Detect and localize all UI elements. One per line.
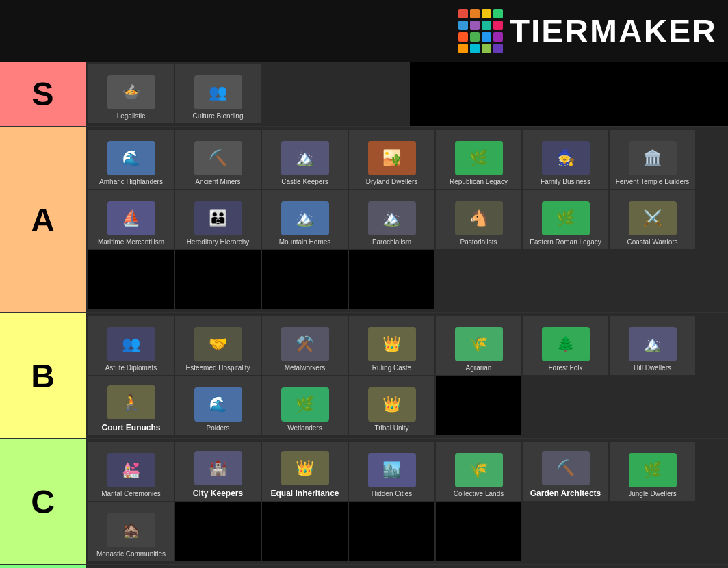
list-item[interactable]: 🌿 Wetlanders bbox=[262, 376, 348, 435]
item-label: Parochialism bbox=[372, 238, 411, 246]
black-cell bbox=[175, 250, 261, 309]
item-label: Family Business bbox=[541, 178, 590, 186]
list-item[interactable]: 🌾 Collective Lands bbox=[436, 442, 521, 501]
item-image: 🧙 bbox=[538, 139, 593, 177]
item-image: 🌾 bbox=[452, 451, 506, 489]
item-image: 🧎 bbox=[104, 384, 159, 422]
item-image: 🌿 bbox=[625, 451, 680, 489]
black-cell bbox=[349, 502, 434, 561]
item-image: 🏜️ bbox=[365, 139, 419, 177]
tier-row-s: S 🍲 Legalistic 👥 Culture Blending bbox=[0, 62, 728, 127]
tier-label-d: D bbox=[0, 565, 86, 568]
hill-dwellers-icon: 🏔️ bbox=[629, 327, 677, 361]
list-item[interactable]: 🏚️ Monastic Communities bbox=[88, 502, 174, 561]
list-item[interactable]: 👑 Equal Inheritance bbox=[262, 442, 348, 501]
black-cell bbox=[262, 250, 348, 309]
hereditary-hierarchy-icon: 👪 bbox=[194, 201, 242, 235]
item-image: 👥 bbox=[104, 325, 159, 363]
item-image: 👪 bbox=[191, 199, 246, 237]
list-item[interactable]: ⛏️ Ancient Miners bbox=[175, 130, 261, 189]
logo-cell bbox=[458, 21, 468, 30]
list-item[interactable]: 👥 Astute Diplomats bbox=[88, 316, 174, 375]
list-item[interactable]: 🌾 Agrarian bbox=[436, 316, 521, 375]
list-item[interactable]: 👥 Culture Blending bbox=[175, 64, 261, 123]
list-item[interactable]: 🏜️ Dryland Dwellers bbox=[349, 130, 434, 189]
item-image: 👑 bbox=[365, 385, 419, 423]
coastal-warriors-icon: ⚔️ bbox=[629, 201, 677, 235]
item-label: Pastorialists bbox=[460, 238, 497, 246]
list-item[interactable]: 🏰 City Keepers bbox=[175, 442, 261, 501]
item-label: Hidden Cities bbox=[372, 490, 412, 498]
item-label: Dryland Dwellers bbox=[366, 178, 418, 186]
item-label: Esteemed Hospitality bbox=[186, 364, 250, 372]
item-image: 🏰 bbox=[191, 450, 246, 487]
list-item[interactable]: ⛵ Maritime Mercantilism bbox=[88, 190, 174, 249]
list-item[interactable]: 🌲 Forest Folk bbox=[523, 316, 608, 375]
polders-icon: 🌊 bbox=[194, 387, 242, 422]
black-cell bbox=[175, 502, 261, 561]
list-item[interactable]: 🧙 Family Business bbox=[523, 130, 608, 189]
parochialism-icon: 🏔️ bbox=[368, 201, 416, 235]
item-label: City Keepers bbox=[193, 489, 243, 498]
logo-cell bbox=[470, 9, 480, 18]
list-item[interactable]: 🏔️ Castle Keepers bbox=[262, 130, 348, 189]
logo-grid bbox=[458, 9, 503, 53]
esteemed-hospitality-icon: 🤝 bbox=[194, 327, 242, 361]
culture-blending-icon: 👥 bbox=[194, 75, 242, 109]
item-label: Hill Dwellers bbox=[634, 364, 671, 372]
item-label: Hereditary Hierarchy bbox=[187, 238, 250, 246]
item-image: 🏚️ bbox=[104, 511, 159, 549]
item-image: 💒 bbox=[104, 451, 159, 489]
item-label: Maritime Mercantilism bbox=[98, 238, 164, 246]
list-item[interactable]: 👑 Ruling Caste bbox=[349, 316, 434, 375]
logo-cell bbox=[493, 44, 503, 53]
list-item[interactable]: 👑 Tribal Unity bbox=[349, 376, 434, 435]
item-label: Marital Ceremonies bbox=[101, 490, 161, 498]
metalworkers-icon: ⚒️ bbox=[281, 327, 329, 361]
list-item[interactable]: ⚒️ Metalworkers bbox=[262, 316, 348, 375]
list-item[interactable]: 🌊 Amharic Highlanders bbox=[88, 130, 174, 189]
logo-cell bbox=[470, 21, 480, 30]
logo-text: TiERMAKER bbox=[510, 12, 717, 50]
logo-cell bbox=[470, 32, 480, 42]
tier-row-b: B 👥 Astute Diplomats 🤝 Esteemed Hospital… bbox=[0, 313, 728, 439]
list-item[interactable]: 🧎 Court Eunuchs bbox=[88, 376, 174, 435]
wetlanders-icon: 🌿 bbox=[281, 387, 329, 422]
list-item[interactable]: ⛏️ Garden Architects bbox=[523, 442, 608, 501]
fervent-temple-builders-icon: 🏛️ bbox=[629, 141, 677, 175]
list-item[interactable]: 🏔️ Parochialism bbox=[349, 190, 434, 249]
logo-area: TiERMAKER bbox=[458, 9, 717, 53]
amharic-highlanders-icon: 🌊 bbox=[107, 141, 155, 175]
list-item[interactable]: 🏛️ Fervent Temple Builders bbox=[610, 130, 695, 189]
list-item[interactable]: 👪 Hereditary Hierarchy bbox=[175, 190, 261, 249]
logo-cell bbox=[458, 32, 468, 42]
item-label: Equal Inheritance bbox=[270, 489, 339, 498]
item-label: Monastic Communities bbox=[96, 550, 166, 558]
item-image: ⛵ bbox=[104, 199, 159, 237]
list-item[interactable]: 🌿 Eastern Roman Legacy bbox=[523, 190, 608, 249]
list-item[interactable]: 🏔️ Hill Dwellers bbox=[610, 316, 695, 375]
list-item[interactable]: 🌊 Polders bbox=[175, 376, 261, 435]
item-image: 🍲 bbox=[104, 73, 159, 111]
tier-items-a: 🌊 Amharic Highlanders ⛏️ Ancient Miners … bbox=[86, 127, 728, 312]
item-label: Amharic Highlanders bbox=[99, 178, 163, 186]
item-label: Legalistic bbox=[117, 112, 146, 120]
item-label: Forest Folk bbox=[548, 364, 582, 372]
monastic-communities-icon: 🏚️ bbox=[107, 513, 155, 547]
list-item[interactable]: 🏙️ Hidden Cities bbox=[349, 442, 434, 501]
list-item[interactable]: 💒 Marital Ceremonies bbox=[88, 442, 174, 501]
list-item[interactable]: 🏔️ Mountain Homes bbox=[262, 190, 348, 249]
item-label: Coastal Warriors bbox=[627, 238, 677, 246]
list-item[interactable]: 🌿 Republican Legacy bbox=[436, 130, 521, 189]
tier-items-c: 💒 Marital Ceremonies 🏰 City Keepers 👑 Eq… bbox=[86, 439, 728, 564]
tier-items-s: 🍲 Legalistic 👥 Culture Blending bbox=[86, 62, 410, 126]
list-item[interactable]: ⚔️ Coastal Warriors bbox=[610, 190, 695, 249]
list-item[interactable]: 🌿 Jungle Dwellers bbox=[610, 442, 695, 501]
list-item[interactable]: 🐴 Pastorialists bbox=[436, 190, 521, 249]
list-item[interactable]: 🤝 Esteemed Hospitality bbox=[175, 316, 261, 375]
item-label: Mountain Homes bbox=[279, 238, 331, 246]
tier-row-c: C 💒 Marital Ceremonies 🏰 City Keepers 👑 … bbox=[0, 439, 728, 565]
logo-cell bbox=[470, 44, 480, 53]
list-item[interactable]: 🍲 Legalistic bbox=[88, 64, 174, 123]
hidden-cities-icon: 🏙️ bbox=[368, 453, 416, 487]
